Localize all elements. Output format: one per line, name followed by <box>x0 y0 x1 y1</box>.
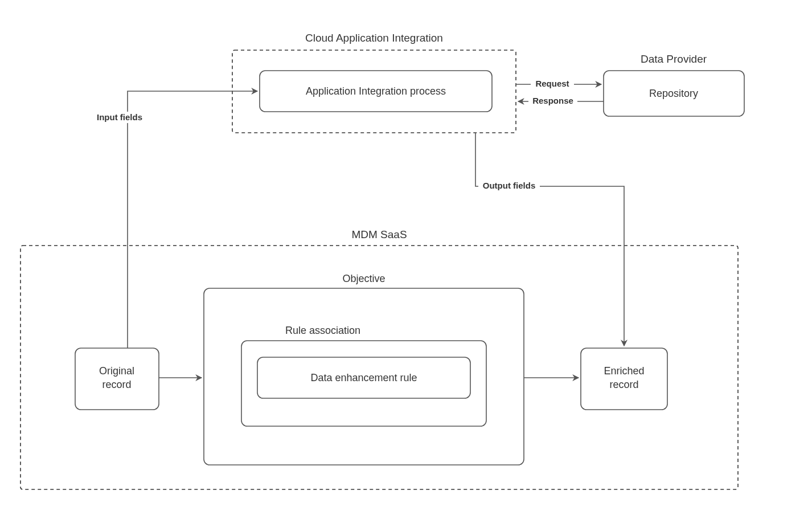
input-fields-label: Input fields <box>97 112 142 122</box>
data-enhancement-rule-box: Data enhancement rule <box>257 357 470 398</box>
arrow-response: Response <box>518 96 604 106</box>
repository-box: Repository <box>604 71 744 116</box>
cloud-application-integration-title: Cloud Application Integration <box>305 32 443 44</box>
mdm-saas-title: MDM SaaS <box>351 228 407 240</box>
original-record-line2: record <box>102 379 131 390</box>
enriched-record-line2: record <box>609 379 638 390</box>
rule-association-title: Rule association <box>285 325 360 336</box>
arrow-request: Request <box>516 79 601 89</box>
request-label: Request <box>535 79 569 88</box>
output-fields-label: Output fields <box>483 181 536 190</box>
original-record-box: Original record <box>75 348 159 410</box>
data-enhancement-rule-label: Data enhancement rule <box>310 372 417 383</box>
objective-title: Objective <box>342 273 385 284</box>
enriched-record-line1: Enriched <box>604 365 644 377</box>
repository-label: Repository <box>649 88 698 99</box>
application-integration-process-box: Application Integration process <box>260 71 492 112</box>
original-record-line1: Original <box>99 365 134 377</box>
data-provider-title: Data Provider <box>641 53 707 65</box>
response-label: Response <box>532 96 573 105</box>
application-integration-process-label: Application Integration process <box>306 85 446 97</box>
enriched-record-box: Enriched record <box>581 348 667 410</box>
